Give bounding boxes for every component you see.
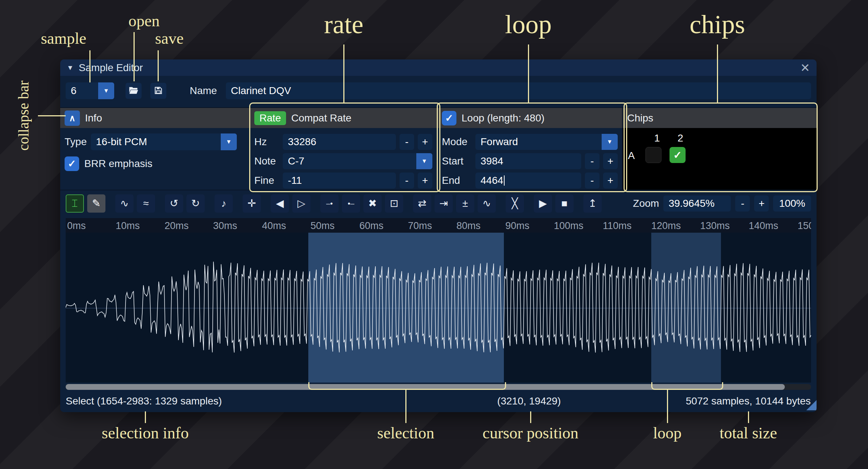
info-panel-title: Info <box>85 112 102 124</box>
ruler-label: 80ms <box>456 220 481 232</box>
hz-input[interactable]: 33286 <box>283 134 396 150</box>
ruler-label: 100ms <box>554 220 583 232</box>
open-button[interactable] <box>126 83 142 99</box>
horizontal-scrollbar[interactable] <box>66 384 811 390</box>
header-row: 6 ▼ Name Clarinet DQV <box>66 82 811 99</box>
cursor-position-text: (3210, 19429) <box>497 395 561 407</box>
chevron-down-icon[interactable]: ▼ <box>98 82 114 99</box>
chip-2-checkbox[interactable]: ✓ <box>670 147 686 163</box>
invert-sign-button[interactable]: ± <box>456 194 474 213</box>
zoom-input[interactable]: 39.9645% <box>663 195 731 212</box>
chevron-down-icon[interactable]: ▼ <box>602 134 618 150</box>
sample-number-select[interactable]: 6 ▼ <box>66 82 114 99</box>
loop-end-minus-button[interactable]: - <box>585 173 599 189</box>
fade-in-button[interactable]: ‒• <box>320 194 339 213</box>
panels-row: ∧ Info Type 16-bit PCM ▼ ✓ BRR emphasi <box>60 107 817 190</box>
zoom-in-button[interactable]: + <box>754 195 769 212</box>
shift-button[interactable]: ⇥ <box>435 194 453 213</box>
fine-input[interactable]: -11 <box>283 173 396 189</box>
close-icon[interactable]: ✕ <box>800 61 810 75</box>
chevron-down-icon[interactable]: ▼ <box>416 153 432 169</box>
loop-end-input[interactable]: 4464 <box>475 173 581 189</box>
delete-button[interactable]: ✖ <box>363 194 382 213</box>
insert-wave-button[interactable]: ∿ <box>115 194 134 213</box>
collapse-bar-button[interactable]: ∧ <box>65 111 80 126</box>
chevron-down-icon[interactable]: ▼ <box>221 133 237 150</box>
undo-button[interactable]: ↺ <box>165 194 183 213</box>
note-dropdown[interactable]: C-7 ▼ <box>283 153 432 169</box>
hz-plus-button[interactable]: + <box>418 134 432 150</box>
pencil-button[interactable]: ✎ <box>87 194 105 213</box>
redo-button[interactable]: ↻ <box>186 194 205 213</box>
resize-grip[interactable] <box>806 400 817 410</box>
select-all-button[interactable]: ✛ <box>243 194 261 213</box>
annotation-loop-marker: loop <box>653 424 682 442</box>
floppy-icon <box>154 86 163 96</box>
upload-icon: ↥ <box>588 198 597 209</box>
play-forward-button[interactable]: ▷ <box>292 194 310 213</box>
note-label: Note <box>254 155 283 167</box>
loop-mode-dropdown[interactable]: Forward ▼ <box>475 134 618 150</box>
sample-editor-window: ▼ Sample Editor ✕ 6 ▼ Name Clarinet DQV <box>60 59 817 412</box>
type-dropdown[interactable]: 16-bit PCM ▼ <box>91 133 237 150</box>
ruler-label: 120ms <box>651 220 681 232</box>
leader-line-chips <box>717 44 718 102</box>
waveform-view[interactable] <box>66 233 811 383</box>
resample-button[interactable]: ≈ <box>137 194 155 213</box>
filter-button[interactable]: ∿ <box>478 194 496 213</box>
titlebar[interactable]: ▼ Sample Editor ✕ <box>60 59 817 76</box>
preview-volume-button[interactable]: ♪ <box>215 194 233 213</box>
window-collapse-icon[interactable]: ▼ <box>67 64 74 72</box>
annotation-total-size: total size <box>720 424 777 442</box>
fine-minus-button[interactable]: - <box>400 173 414 189</box>
rate-mode-button[interactable]: Rate <box>254 111 286 125</box>
annotation-selection-info: selection info <box>102 424 189 442</box>
leader-line-open <box>134 32 135 81</box>
info-panel-body: Type 16-bit PCM ▼ ✓ BRR emphasis <box>60 128 249 190</box>
ruler-label: 20ms <box>165 220 189 232</box>
fade-out-button[interactable]: •‒ <box>342 194 360 213</box>
zoom-out-button[interactable]: - <box>735 195 750 212</box>
ruler-label: 60ms <box>359 220 383 232</box>
loop-start-input[interactable]: 3984 <box>475 153 581 169</box>
stop-icon: ■ <box>562 198 568 209</box>
fine-label: Fine <box>254 175 283 186</box>
loop-start-plus-button[interactable]: + <box>603 153 618 169</box>
rate-panel-header: Rate Compat Rate <box>250 108 437 128</box>
play-backward-button[interactable]: ◀ <box>271 194 289 213</box>
crossfade-button[interactable]: ╳ <box>506 194 524 213</box>
trim-button[interactable]: ⊡ <box>385 194 403 213</box>
shift-icon: ⇥ <box>439 198 448 209</box>
play-forward-icon: ▷ <box>297 198 305 209</box>
stop-sample-button[interactable]: ■ <box>555 194 574 213</box>
reverse-button[interactable]: ⇄ <box>413 194 431 213</box>
upload-button[interactable]: ↥ <box>583 194 602 213</box>
play-icon: ▶ <box>539 198 547 209</box>
hz-minus-button[interactable]: - <box>400 134 414 150</box>
leader-line-selection-info <box>145 411 146 423</box>
leader-line-collapse-bar <box>38 115 66 116</box>
filter-icon: ∿ <box>482 198 491 209</box>
zoom-reset-button[interactable]: 100% <box>773 195 811 212</box>
loop-enable-checkbox[interactable]: ✓ <box>442 111 456 125</box>
leader-line-save <box>158 50 159 81</box>
annotation-save: save <box>155 29 184 48</box>
annotation-selection: selection <box>377 424 434 442</box>
edit-cursor-button[interactable]: ⌶ <box>66 194 84 213</box>
brr-emphasis-checkbox[interactable]: ✓ <box>65 156 79 171</box>
rate-panel-body: Hz 33286 - + Note C-7 ▼ <box>250 128 437 192</box>
loop-end-plus-button[interactable]: + <box>603 173 618 189</box>
scrollbar-thumb[interactable] <box>66 384 785 390</box>
sample-number-value: 6 <box>66 85 98 97</box>
move-icon: ✛ <box>247 198 256 209</box>
chip-1-checkbox[interactable] <box>645 147 661 163</box>
fine-plus-button[interactable]: + <box>418 173 432 189</box>
name-input[interactable]: Clarinet DQV <box>226 82 811 99</box>
save-button[interactable] <box>150 83 166 99</box>
ruler-label: 70ms <box>408 220 432 232</box>
loop-start-label: Start <box>442 155 475 167</box>
loop-panel-header: ✓ Loop (length: 480) <box>437 108 622 128</box>
loop-start-minus-button[interactable]: - <box>585 153 599 169</box>
chips-row-label: A <box>628 150 635 162</box>
play-sample-button[interactable]: ▶ <box>534 194 552 213</box>
